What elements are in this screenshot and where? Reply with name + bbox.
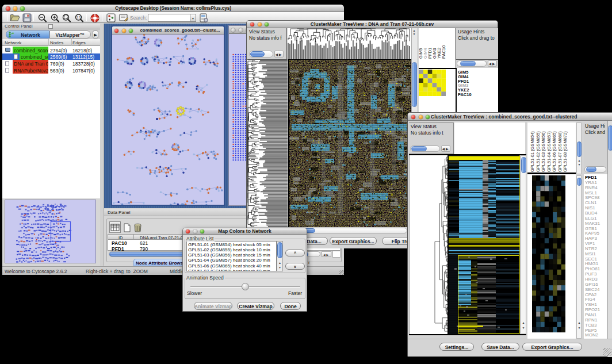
svg-text:GPL51-01 (GSM854): GPL51-01 (GSM854) <box>530 131 535 172</box>
svg-text:1:1: 1:1 <box>76 16 81 19</box>
svg-text:GPL51-06 (GSM865): GPL51-06 (GSM865) <box>552 131 557 172</box>
svg-text:GPL51-07 (GSM868): GPL51-07 (GSM868) <box>557 131 563 172</box>
svg-text:GPL51-03 (GSM856): GPL51-03 (GSM856) <box>541 131 546 172</box>
svg-text:GPL51-02 (GSM855): GPL51-02 (GSM855) <box>536 131 541 172</box>
svg-text:PAC10: PAC10 <box>441 45 446 59</box>
svg-text:GPL51-04 (GSM857): GPL51-04 (GSM857) <box>546 131 552 172</box>
svg-text:GPL51-08 (GSM872): GPL51-08 (GSM872) <box>563 131 568 172</box>
